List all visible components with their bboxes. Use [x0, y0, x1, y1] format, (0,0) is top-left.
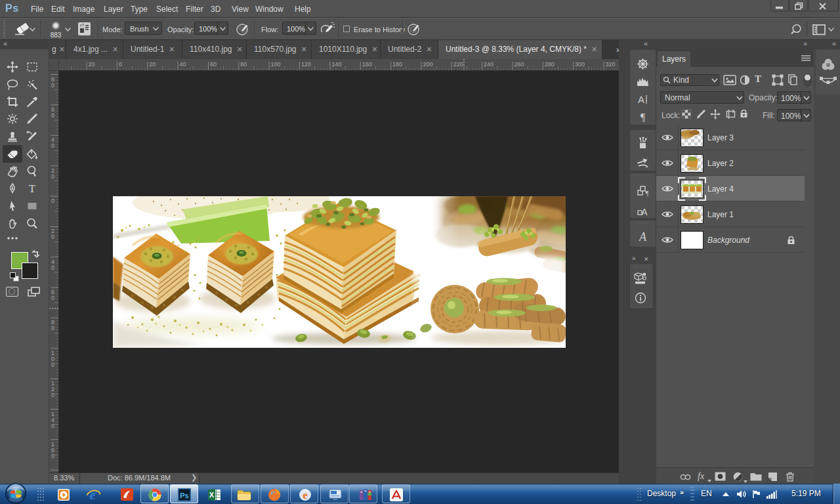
svg-text:0: 0 — [51, 82, 54, 89]
svg-text:0: 0 — [51, 325, 54, 331]
svg-text:T: T — [29, 182, 36, 194]
svg-text:20: 20 — [149, 61, 156, 68]
svg-text:120: 120 — [301, 61, 311, 68]
svg-text:¶: ¶ — [646, 190, 649, 197]
svg-text:200: 200 — [423, 61, 432, 68]
svg-text:X: X — [209, 491, 215, 499]
svg-text:180: 180 — [392, 61, 402, 68]
svg-text:¶: ¶ — [640, 112, 646, 123]
svg-text:0: 0 — [51, 423, 54, 429]
svg-text:0: 0 — [51, 295, 54, 301]
svg-text:20: 20 — [89, 61, 95, 68]
svg-text:A: A — [638, 94, 644, 105]
svg-text:40: 40 — [180, 61, 186, 68]
svg-text:0: 0 — [51, 392, 54, 398]
svg-text:0: 0 — [51, 453, 54, 459]
svg-text:320: 320 — [606, 61, 616, 68]
svg-text:280: 280 — [545, 61, 555, 68]
svg-text:140: 140 — [331, 61, 341, 68]
svg-text:A: A — [639, 230, 647, 243]
svg-text:220: 220 — [453, 61, 463, 68]
svg-text:0: 0 — [51, 142, 54, 149]
svg-text:100: 100 — [271, 61, 281, 68]
svg-text:0: 0 — [51, 112, 54, 119]
svg-text:0: 0 — [51, 173, 54, 180]
svg-text:160: 160 — [362, 61, 372, 68]
svg-text:e: e — [303, 489, 308, 501]
svg-text:0: 0 — [51, 198, 54, 204]
svg-text:0: 0 — [51, 264, 54, 271]
svg-text:300: 300 — [575, 61, 585, 68]
svg-text:260: 260 — [514, 61, 524, 68]
svg-text:60: 60 — [210, 61, 217, 68]
svg-text:240: 240 — [484, 61, 494, 68]
svg-text:e: e — [90, 488, 96, 502]
svg-text:0: 0 — [51, 362, 54, 368]
svg-text:A: A — [641, 207, 648, 217]
svg-text:80: 80 — [240, 61, 247, 68]
svg-text:Ps: Ps — [180, 492, 188, 499]
svg-text:0: 0 — [119, 61, 122, 68]
svg-text:0: 0 — [51, 234, 54, 240]
